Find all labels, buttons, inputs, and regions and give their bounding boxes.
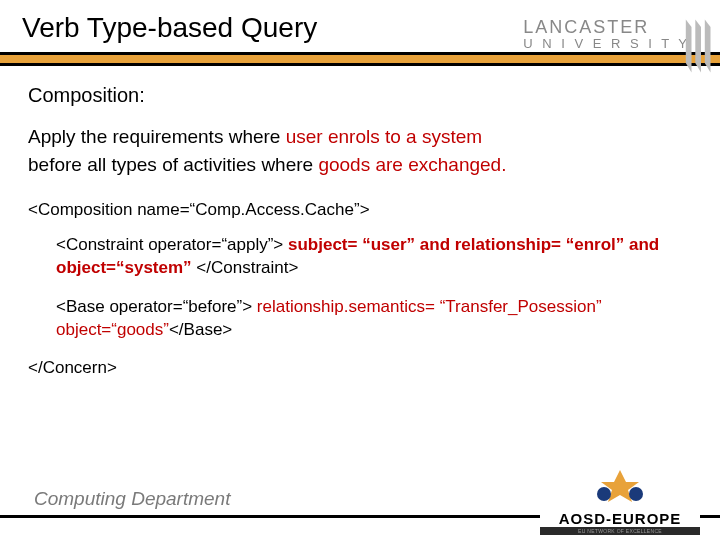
aosd-brand: AOSD-EUROPE	[540, 510, 700, 527]
composition-open: <Composition name=“Comp.Access.Cache”>	[28, 200, 692, 220]
svg-point-1	[597, 487, 611, 501]
constraint-line: <Constraint operator=“apply”> subject= “…	[56, 234, 692, 280]
header-accent	[0, 52, 720, 66]
base-line: <Base operator=“before”> relationship.se…	[56, 296, 692, 342]
constraint-close: </Constraint>	[192, 258, 299, 277]
sentence-highlight1: user enrols to a system	[286, 126, 482, 147]
subhead: Composition:	[28, 84, 692, 107]
base-open: <Base operator=“before”>	[56, 297, 257, 316]
aosd-star-icon	[590, 468, 650, 504]
lancaster-mark-icon	[682, 16, 720, 76]
sentence-part3: before all types of activities where	[28, 154, 318, 175]
svg-point-2	[629, 487, 643, 501]
description-sentence: Apply the requirements where user enrols…	[28, 123, 692, 178]
aosd-subtitle: EU NETWORK OF EXCELLENCE	[540, 527, 700, 535]
code-block: <Composition name=“Comp.Access.Cache”> <…	[28, 200, 692, 378]
aosd-logo: AOSD-EUROPE EU NETWORK OF EXCELLENCE	[540, 468, 700, 538]
lancaster-logo: LANCASTER U N I V E R S I T Y	[523, 18, 690, 51]
department-label: Computing Department	[34, 488, 230, 510]
constraint-open: <Constraint operator=“apply”>	[56, 235, 288, 254]
content-area: Composition: Apply the requirements wher…	[0, 66, 720, 378]
sentence-highlight2: goods are exchanged.	[318, 154, 506, 175]
sentence-part1: Apply the requirements where	[28, 126, 286, 147]
logo-line1: LANCASTER	[523, 18, 690, 37]
logo-line2: U N I V E R S I T Y	[523, 37, 690, 51]
base-close: </Base>	[169, 320, 232, 339]
concern-close: </Concern>	[28, 358, 692, 378]
